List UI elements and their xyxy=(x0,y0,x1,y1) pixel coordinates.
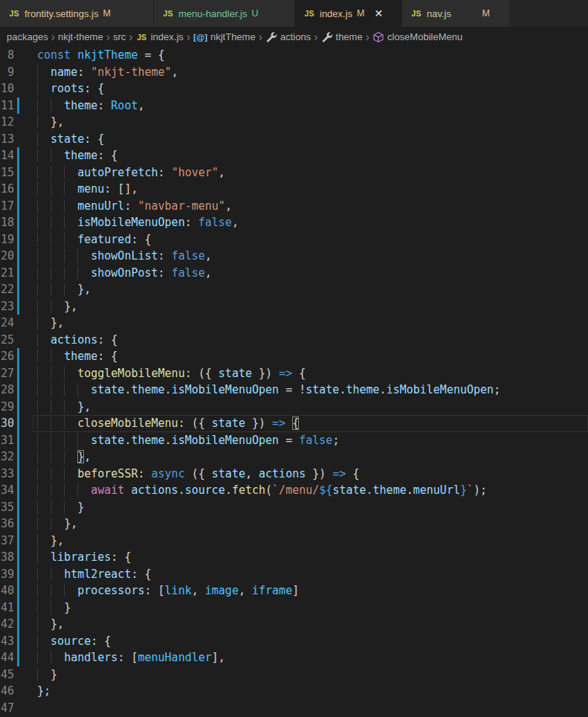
code-line[interactable]: 26 theme: { xyxy=(0,348,588,365)
breadcrumb-item-src[interactable]: src xyxy=(113,31,126,42)
line-number[interactable]: 15 xyxy=(0,164,14,181)
breadcrumb-item-closemobilemenu[interactable]: closeMobileMenu xyxy=(372,31,462,43)
code-line[interactable]: 47 xyxy=(0,700,588,717)
code-line[interactable]: 28 state.theme.isMobileMenuOpen = !state… xyxy=(0,382,588,399)
tab-nav-js[interactable]: JSnav.jsM xyxy=(402,0,509,27)
code-line[interactable]: 25 actions: { xyxy=(0,332,588,349)
line-number[interactable]: 30 xyxy=(0,415,14,432)
line-number[interactable]: 9 xyxy=(0,64,14,81)
line-number[interactable]: 29 xyxy=(0,399,14,416)
code-line[interactable]: 18 isMobileMenuOpen: false, xyxy=(0,214,588,231)
line-number[interactable]: 8 xyxy=(0,47,14,64)
line-number[interactable]: 16 xyxy=(0,181,14,198)
code-line[interactable]: 20 showOnList: false, xyxy=(0,248,588,265)
line-number[interactable]: 35 xyxy=(0,499,14,516)
code-line[interactable]: 30 closeMobileMenu: ({ state }) => { xyxy=(0,415,588,432)
code-line[interactable]: 9 name: "nkjt-theme", xyxy=(0,64,588,81)
line-number[interactable]: 11 xyxy=(0,97,14,115)
tab-frontity-settings-js[interactable]: JSfrontity.settings.jsM xyxy=(0,0,154,27)
line-number[interactable]: 40 xyxy=(0,582,14,599)
gutter-modified-indicator xyxy=(17,97,19,115)
code-line[interactable]: 29 }, xyxy=(0,399,588,416)
line-number[interactable]: 46 xyxy=(0,683,14,700)
code-text: showOnList: false, xyxy=(37,248,212,265)
line-number[interactable]: 41 xyxy=(0,599,14,617)
breadcrumb-item-packages[interactable]: packages xyxy=(7,31,48,42)
tab-index-js[interactable]: JSindex.jsM✕ xyxy=(295,0,402,27)
breadcrumb-item-theme[interactable]: theme xyxy=(321,31,363,43)
line-number[interactable]: 20 xyxy=(0,248,14,265)
code-line[interactable]: 31 state.theme.isMobileMenuOpen = false; xyxy=(0,432,588,449)
line-number[interactable]: 39 xyxy=(0,566,14,583)
code-line[interactable]: 17 menuUrl: "navbar-menu", xyxy=(0,198,588,215)
line-number[interactable]: 10 xyxy=(0,80,14,97)
line-number[interactable]: 25 xyxy=(0,332,14,349)
line-number[interactable]: 31 xyxy=(0,432,14,449)
line-number[interactable]: 23 xyxy=(0,298,14,315)
tab-dirty-badge: M xyxy=(482,8,490,19)
line-number[interactable]: 36 xyxy=(0,515,14,533)
line-number[interactable]: 19 xyxy=(0,231,14,248)
line-number[interactable]: 21 xyxy=(0,265,14,282)
code-line[interactable]: 38 libraries: { xyxy=(0,549,588,566)
line-number[interactable]: 24 xyxy=(0,315,14,332)
code-line[interactable]: 23 }, xyxy=(0,298,588,315)
line-number[interactable]: 14 xyxy=(0,147,14,164)
line-number[interactable]: 33 xyxy=(0,466,14,483)
line-number[interactable]: 17 xyxy=(0,198,14,215)
breadcrumb-item-nkjt-theme[interactable]: nkjt-theme xyxy=(58,31,103,42)
code-line[interactable]: 43 source: { xyxy=(0,633,588,650)
code-line[interactable]: 21 showOnPost: false, xyxy=(0,265,588,282)
code-line[interactable]: 42 }, xyxy=(0,616,588,633)
breadcrumb-item-index-js[interactable]: JSindex.js xyxy=(136,31,184,43)
code-line[interactable]: 22 }, xyxy=(0,281,588,298)
line-number[interactable]: 47 xyxy=(0,700,14,717)
line-number[interactable]: 22 xyxy=(0,281,14,298)
code-line[interactable]: 10 roots: { xyxy=(0,80,588,97)
code-line[interactable]: 27 toggleMobileMenu: ({ state }) => { xyxy=(0,365,588,382)
code-line[interactable]: 46}; xyxy=(0,683,588,700)
breadcrumb-item-actions[interactable]: actions xyxy=(265,31,311,43)
breadcrumb-item-nkjttheme[interactable]: [@]nkjtTheme xyxy=(193,31,256,42)
line-number[interactable]: 34 xyxy=(0,482,14,499)
line-number[interactable]: 27 xyxy=(0,365,14,382)
code-line[interactable]: 15 autoPrefetch: "hover", xyxy=(0,164,588,181)
code-line[interactable]: 32 }, xyxy=(0,448,588,466)
line-number[interactable]: 42 xyxy=(0,616,14,633)
code-line[interactable]: 39 html2react: { xyxy=(0,566,588,583)
line-number[interactable]: 38 xyxy=(0,549,14,566)
code-line[interactable]: 14 theme: { xyxy=(0,147,588,164)
code-line[interactable]: 40 processors: [link, image, iframe] xyxy=(0,582,588,599)
chevron-right-icon: › xyxy=(314,31,317,43)
code-line[interactable]: 37 }, xyxy=(0,533,588,550)
code-line[interactable]: 45 } xyxy=(0,666,588,684)
code-line[interactable]: 35 } xyxy=(0,499,588,516)
line-number[interactable]: 12 xyxy=(0,114,14,131)
line-number[interactable]: 26 xyxy=(0,348,14,365)
tab-menu-handler-js[interactable]: JSmenu-handler.jsU xyxy=(154,0,295,27)
code-line[interactable]: 16 menu: [], xyxy=(0,181,588,198)
code-line[interactable]: 8const nkjtTheme = { xyxy=(0,47,588,64)
line-number[interactable]: 13 xyxy=(0,131,14,148)
line-number[interactable]: 32 xyxy=(0,448,14,466)
code-line[interactable]: 12 }, xyxy=(0,114,588,131)
line-number[interactable]: 43 xyxy=(0,633,14,650)
code-line[interactable]: 24 }, xyxy=(0,315,588,332)
gutter-modified-indicator xyxy=(17,382,19,399)
line-number[interactable]: 18 xyxy=(0,214,14,231)
line-number[interactable]: 28 xyxy=(0,382,14,399)
code-text: source: { xyxy=(37,633,111,650)
line-number[interactable]: 44 xyxy=(0,649,14,666)
code-line[interactable]: 34 await actions.source.fetch(`/menu/${s… xyxy=(0,482,588,499)
code-line[interactable]: 19 featured: { xyxy=(0,231,588,248)
line-number[interactable]: 37 xyxy=(0,533,14,550)
code-line[interactable]: 11 theme: Root, xyxy=(0,97,588,115)
code-line[interactable]: 41 } xyxy=(0,599,588,617)
line-number[interactable]: 45 xyxy=(0,666,14,684)
code-line[interactable]: 13 state: { xyxy=(0,131,588,148)
code-editor[interactable]: 8const nkjtTheme = {9 name: "nkjt-theme"… xyxy=(0,47,588,716)
code-line[interactable]: 33 beforeSSR: async ({ state, actions })… xyxy=(0,466,588,483)
code-line[interactable]: 44 handlers: [menuHandler], xyxy=(0,649,588,666)
close-tab-icon[interactable]: ✕ xyxy=(375,8,384,19)
code-line[interactable]: 36 }, xyxy=(0,515,588,533)
